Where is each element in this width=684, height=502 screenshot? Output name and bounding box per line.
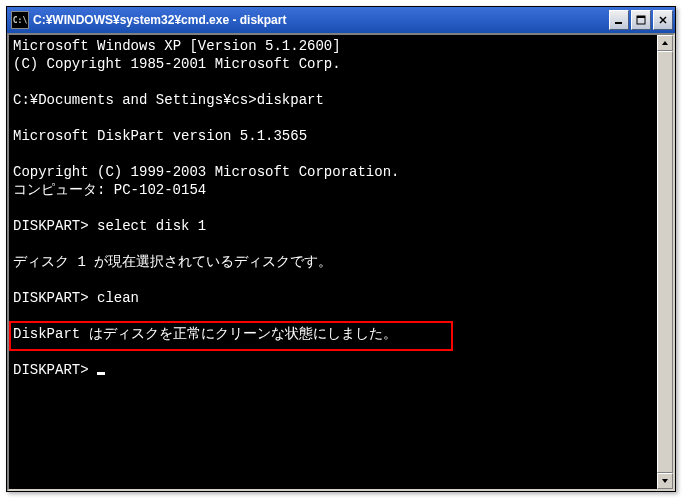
minimize-icon — [614, 15, 624, 25]
terminal-line — [13, 235, 653, 253]
scrollbar-thumb[interactable] — [657, 51, 673, 473]
svg-marker-6 — [662, 479, 668, 483]
svg-marker-5 — [662, 41, 668, 45]
svg-rect-2 — [637, 16, 645, 18]
terminal-line: Copyright (C) 1999-2003 Microsoft Corpor… — [13, 163, 653, 181]
terminal-line: ディスク 1 が現在選択されているディスクです。 — [13, 253, 653, 271]
terminal-line: DISKPART> clean — [13, 289, 653, 307]
terminal-line: C:¥Documents and Settings¥cs>diskpart — [13, 91, 653, 109]
maximize-icon — [636, 15, 646, 25]
terminal-line: DISKPART> select disk 1 — [13, 217, 653, 235]
window-title: C:¥WINDOWS¥system32¥cmd.exe - diskpart — [33, 13, 609, 27]
cursor — [97, 372, 105, 375]
cmd-window: C:\ C:¥WINDOWS¥system32¥cmd.exe - diskpa… — [6, 6, 676, 492]
terminal-line — [13, 343, 653, 361]
terminal-line — [13, 307, 653, 325]
terminal-line: Microsoft DiskPart version 5.1.3565 — [13, 127, 653, 145]
window-buttons — [609, 10, 673, 30]
terminal-line — [13, 73, 653, 91]
chevron-up-icon — [661, 39, 669, 47]
terminal-line: (C) Copyright 1985-2001 Microsoft Corp. — [13, 55, 653, 73]
cmd-icon: C:\ — [11, 11, 29, 29]
terminal-output[interactable]: Microsoft Windows XP [Version 5.1.2600](… — [9, 35, 657, 489]
terminal-line — [13, 109, 653, 127]
titlebar[interactable]: C:\ C:¥WINDOWS¥system32¥cmd.exe - diskpa… — [7, 7, 675, 33]
scroll-up-button[interactable] — [657, 35, 673, 51]
terminal-line: コンピュータ: PC-102-0154 — [13, 181, 653, 199]
terminal-line: DISKPART> — [13, 361, 653, 379]
scrollbar-track[interactable] — [657, 51, 673, 473]
terminal-line — [13, 271, 653, 289]
scroll-down-button[interactable] — [657, 473, 673, 489]
close-icon — [658, 15, 668, 25]
client-area: Microsoft Windows XP [Version 5.1.2600](… — [7, 33, 675, 491]
maximize-button[interactable] — [631, 10, 651, 30]
chevron-down-icon — [661, 477, 669, 485]
vertical-scrollbar[interactable] — [657, 35, 673, 489]
terminal-line — [13, 199, 653, 217]
terminal-line: DiskPart はディスクを正常にクリーンな状態にしました。 — [13, 325, 653, 343]
terminal-line: Microsoft Windows XP [Version 5.1.2600] — [13, 37, 653, 55]
minimize-button[interactable] — [609, 10, 629, 30]
svg-rect-0 — [615, 22, 622, 24]
terminal-line — [13, 145, 653, 163]
close-button[interactable] — [653, 10, 673, 30]
